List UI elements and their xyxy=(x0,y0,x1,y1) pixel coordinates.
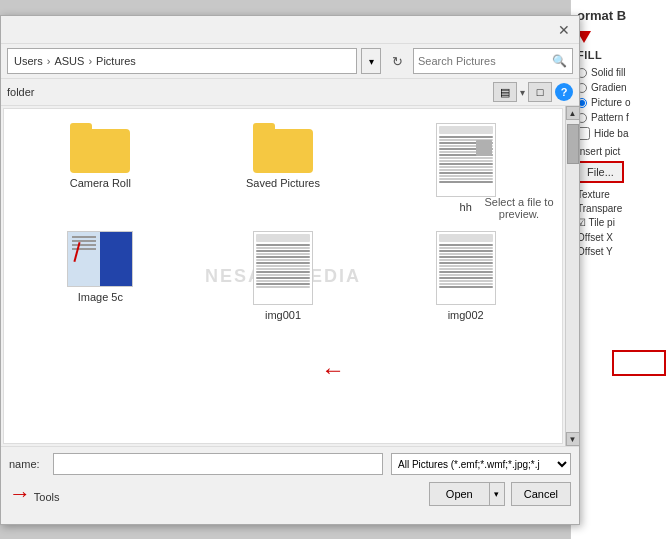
open-button[interactable]: Open xyxy=(429,482,489,506)
breadcrumb-asus: ASUS xyxy=(54,55,84,67)
doc-thumbnail xyxy=(436,123,496,197)
breadcrumb-pictures: Pictures xyxy=(96,55,136,67)
radio-gradient-label: Gradien xyxy=(591,82,627,93)
radio-gradient[interactable]: Gradien xyxy=(577,82,664,93)
view-controls: ▤ ▾ □ ? xyxy=(493,82,573,102)
offsetx-label: Offset X xyxy=(577,232,664,243)
breadcrumb-dropdown-button[interactable]: ▾ xyxy=(361,48,381,74)
refresh-button[interactable]: ↻ xyxy=(385,48,409,74)
checkbox-hideba[interactable]: Hide ba xyxy=(577,127,664,140)
doc-thumbnail xyxy=(436,231,496,305)
search-input[interactable] xyxy=(418,55,548,67)
preview-text: Select a file to preview. xyxy=(479,196,559,220)
filename-label: name: xyxy=(9,458,45,470)
radio-solid[interactable]: Solid fill xyxy=(577,67,664,78)
checkbox-hideba-label: Hide ba xyxy=(594,128,628,139)
breadcrumb-sep1: › xyxy=(47,55,51,67)
actions-row: → Tools Open ▾ Cancel xyxy=(9,481,571,507)
open-button-group: Open ▾ xyxy=(429,482,505,506)
help-button[interactable]: ? xyxy=(555,83,573,101)
checkbox-tile[interactable]: ☑ Tile pi xyxy=(577,217,664,228)
filetype-select[interactable]: All Pictures (*.emf;*.wmf;*.jpg;*.j xyxy=(391,453,571,475)
bottom-arrow-icon: ← xyxy=(321,356,345,384)
close-button[interactable]: ✕ xyxy=(555,21,573,39)
title-bar: ✕ xyxy=(1,16,579,44)
list-item[interactable]: img002 xyxy=(379,227,552,325)
radio-solid-label: Solid fill xyxy=(591,67,625,78)
new-folder-button[interactable]: folder xyxy=(7,86,35,98)
file-label: Image 5c xyxy=(78,291,123,303)
breadcrumb: Users › ASUS › Pictures xyxy=(7,48,357,74)
breadcrumb-users: Users xyxy=(14,55,43,67)
tools-text: Tools xyxy=(34,491,60,503)
transparent-label: Transpare xyxy=(577,203,664,214)
scroll-thumb[interactable] xyxy=(567,124,579,164)
list-item[interactable]: Camera Roll xyxy=(14,119,187,217)
tile-label: ☑ Tile pi xyxy=(577,217,615,228)
radio-pattern-label: Pattern f xyxy=(591,112,629,123)
radio-pattern[interactable]: Pattern f xyxy=(577,112,664,123)
list-item[interactable]: img001 xyxy=(197,227,370,325)
view-list-button[interactable]: ▤ xyxy=(493,82,517,102)
scroll-up-button[interactable]: ▲ xyxy=(566,106,580,120)
file-label: img001 xyxy=(265,309,301,321)
view-pane-button[interactable]: □ xyxy=(528,82,552,102)
right-panel-title: ormat B xyxy=(577,8,664,23)
search-box: 🔍 xyxy=(413,48,573,74)
image-thumbnail xyxy=(67,231,133,287)
folder-body xyxy=(70,129,130,173)
file-label: Saved Pictures xyxy=(246,177,320,189)
scrollbar[interactable]: ▲ ▼ xyxy=(565,106,579,446)
folder-icon xyxy=(253,123,313,173)
view-dropdown-icon: ▾ xyxy=(520,87,525,98)
breadcrumb-sep2: › xyxy=(88,55,92,67)
offsety-label: Offset Y xyxy=(577,246,664,257)
cancel-button[interactable]: Cancel xyxy=(511,482,571,506)
radio-picture-label: Picture o xyxy=(591,97,630,108)
toolbar-row: folder ▤ ▾ □ ? xyxy=(1,79,579,106)
file-button[interactable]: File... xyxy=(577,161,624,183)
list-item[interactable]: Image 5c xyxy=(14,227,187,325)
doc-thumbnail xyxy=(253,231,313,305)
search-icon: 🔍 xyxy=(552,54,567,68)
insert-picture-dialog: ✕ Users › ASUS › Pictures ▾ ↻ 🔍 folder ▤… xyxy=(0,15,580,525)
right-panel: ormat B FILL Solid fill Gradien Picture … xyxy=(570,0,670,539)
scroll-down-button[interactable]: ▼ xyxy=(566,432,580,446)
insert-pict-label: Insert pict xyxy=(577,146,664,157)
filename-row: name: All Pictures (*.emf;*.wmf;*.jpg;*.… xyxy=(9,453,571,475)
texture-label: Texture xyxy=(577,189,664,200)
address-bar: Users › ASUS › Pictures ▾ ↻ 🔍 xyxy=(1,44,579,79)
file-label: hh xyxy=(460,201,472,213)
file-label: Camera Roll xyxy=(70,177,131,189)
filename-input[interactable] xyxy=(53,453,383,475)
bottom-bar: name: All Pictures (*.emf;*.wmf;*.jpg;*.… xyxy=(1,446,579,513)
fill-label: FILL xyxy=(577,49,664,61)
file-area: NESABAMEDIA Camera Roll Saved Pictures xyxy=(1,106,579,446)
list-item[interactable]: Saved Pictures xyxy=(197,119,370,217)
file-list: NESABAMEDIA Camera Roll Saved Pictures xyxy=(3,108,563,444)
folder-icon xyxy=(70,123,130,173)
tools-arrow-icon: → xyxy=(9,481,31,507)
radio-picture[interactable]: Picture o xyxy=(577,97,664,108)
open-dropdown-button[interactable]: ▾ xyxy=(489,482,505,506)
tools-label: → Tools xyxy=(9,481,423,507)
folder-body xyxy=(253,129,313,173)
file-label: img002 xyxy=(448,309,484,321)
